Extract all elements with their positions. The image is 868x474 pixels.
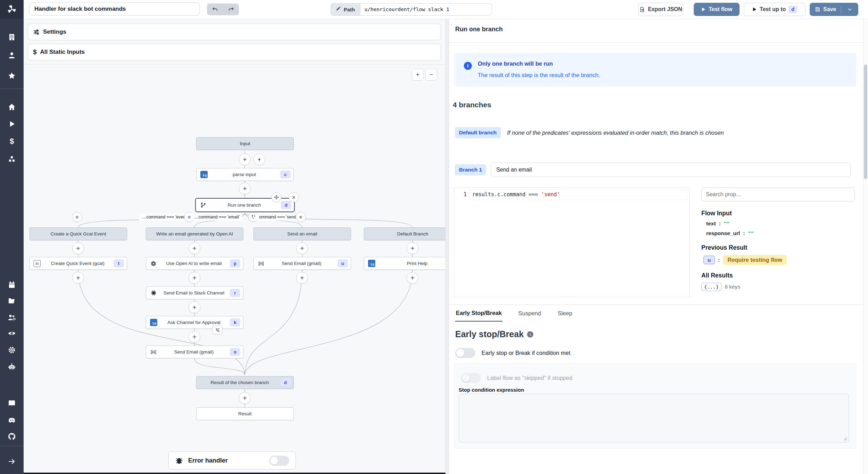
windmill-logo-icon[interactable]: [0, 0, 24, 19]
early-stop-toggle[interactable]: [455, 348, 475, 358]
flow-canvas[interactable]: Settings $ All Static Inputs + −: [24, 19, 445, 474]
panel-resizer[interactable]: [445, 19, 449, 474]
label-skipped-toggle[interactable]: [461, 373, 481, 383]
step-id-badge: p: [230, 259, 240, 267]
all-results-row[interactable]: {...} 8 keys: [701, 283, 855, 291]
insert-step-button[interactable]: +: [407, 242, 418, 254]
previous-result-row[interactable]: u : Require testing flow: [703, 255, 855, 265]
test-flow-button[interactable]: Test flow: [694, 3, 740, 16]
node-send-email-gmail-2[interactable]: Send Email (gmail) o: [146, 346, 243, 358]
chevron-down-icon: [847, 7, 852, 12]
ai-robot-icon[interactable]: [7, 362, 16, 371]
early-stop-heading-row: Early stop/Break i: [455, 329, 533, 339]
branch-header-send-email[interactable]: Send an email: [253, 227, 351, 240]
step-id-badge: r: [230, 289, 240, 297]
resources-cubes-icon[interactable]: [7, 155, 16, 164]
insert-step-button[interactable]: +: [296, 242, 308, 254]
scrollbar-thumb[interactable]: [864, 65, 867, 179]
export-json-button[interactable]: Export JSON: [638, 3, 683, 16]
slack-icon: [149, 290, 158, 296]
label-skipped-toggle-label: Label flow as "skipped" if stopped: [487, 375, 573, 381]
tab-early-stop-break[interactable]: Early Stop/Break: [455, 305, 502, 322]
node-input[interactable]: Input: [196, 137, 294, 150]
delete-step-button[interactable]: ×: [289, 192, 299, 202]
node-create-quick-event[interactable]: 31 Create Quick Event (gcal) t: [30, 257, 127, 270]
all-results-heading: All Results: [701, 272, 855, 279]
branch-header-gcal[interactable]: Create a Quick Gcal Event: [30, 227, 127, 240]
github-icon[interactable]: [7, 432, 16, 441]
runs-play-icon[interactable]: [7, 119, 16, 128]
discord-icon[interactable]: [7, 416, 16, 425]
insert-step-button[interactable]: +: [407, 272, 418, 284]
branch-predicate-label: ....command === 'email': [191, 214, 242, 221]
branch1-summary-input[interactable]: [491, 163, 851, 177]
suspend-approval-indicator[interactable]: [212, 326, 223, 334]
tab-sleep[interactable]: Sleep: [557, 306, 573, 321]
default-branch-badge: Default branch: [455, 127, 501, 138]
settings-gear-icon[interactable]: [7, 346, 16, 355]
info-icon[interactable]: i: [527, 331, 533, 338]
node-branch-result[interactable]: Result of the chosen branch d: [196, 376, 294, 389]
redo-button[interactable]: [223, 3, 239, 15]
tab-suspend[interactable]: Suspend: [518, 306, 542, 321]
save-button[interactable]: Save: [810, 3, 841, 16]
insert-step-button[interactable]: +: [189, 242, 200, 254]
stop-condition-textarea[interactable]: [459, 394, 849, 442]
undo-button[interactable]: [207, 3, 223, 15]
step-id-badge: o: [230, 348, 240, 356]
schedules-calendar-icon[interactable]: [7, 280, 16, 289]
branch-header-default[interactable]: Default Branch: [364, 227, 445, 240]
docs-book-icon[interactable]: [7, 399, 16, 408]
save-dropdown-button[interactable]: [841, 3, 858, 16]
node-send-email-gmail[interactable]: Send Email (gmail) u: [253, 257, 351, 270]
insert-step-button[interactable]: +: [72, 242, 84, 254]
path-chip[interactable]: Path: [331, 3, 360, 16]
prop-row[interactable]: text : "": [706, 221, 855, 227]
test-flow-label: Test flow: [709, 6, 732, 13]
branch-info-alert: i Only one branch will be run The result…: [455, 53, 856, 86]
node-use-openai[interactable]: Use Open AI to write email p: [146, 257, 243, 270]
branch1-badge: Branch 1: [455, 164, 486, 175]
variables-dollar-icon[interactable]: $: [7, 137, 16, 146]
require-testing-pill: Require testing flow: [723, 255, 787, 265]
audit-eye-icon[interactable]: [7, 329, 16, 338]
expand-arrow-icon[interactable]: [7, 457, 16, 466]
insert-step-button[interactable]: +: [189, 301, 200, 313]
test-up-to-button[interactable]: Test up to d: [744, 3, 806, 16]
home-icon[interactable]: [7, 102, 16, 111]
node-ask-channel-approval[interactable]: TS Ask Channel for Approval k: [146, 316, 243, 329]
remove-branch-button[interactable]: ×: [72, 212, 82, 222]
branch-header-openai[interactable]: Write an email generated by Open AI: [146, 227, 243, 240]
flow-title-input[interactable]: [29, 2, 200, 16]
move-step-button[interactable]: [272, 192, 282, 202]
trigger-bolt-button[interactable]: [253, 153, 265, 165]
node-result[interactable]: Result: [196, 407, 294, 420]
node-send-email-slack[interactable]: Send Email to Slack Channel r: [146, 286, 243, 299]
insert-step-button[interactable]: +: [72, 272, 84, 284]
branch-predicate-label: ....command === 'event': [139, 214, 190, 221]
remove-branch-button[interactable]: ×: [296, 212, 306, 222]
groups-users-icon[interactable]: [7, 313, 16, 322]
path-input[interactable]: [360, 3, 492, 16]
insert-step-button[interactable]: +: [239, 153, 251, 165]
insert-step-button[interactable]: +: [189, 272, 200, 284]
prop-search-input[interactable]: [701, 188, 855, 201]
early-stop-toggle-row: Early stop or Break if condition met: [455, 348, 570, 358]
node-parse-input[interactable]: TS parse input c: [196, 168, 294, 181]
node-print-help[interactable]: TS Print Help: [364, 257, 445, 270]
insert-step-button[interactable]: +: [239, 392, 251, 404]
insert-step-button[interactable]: +: [239, 183, 251, 194]
user-icon[interactable]: [7, 51, 16, 60]
step-id-badge: u: [337, 259, 348, 267]
prop-row[interactable]: response_url : "": [706, 230, 855, 236]
predicate-code-editor[interactable]: 1 results.c.command === 'send': [454, 188, 690, 297]
workspace-icon[interactable]: [7, 33, 16, 42]
flow-input-heading: Flow Input: [701, 210, 855, 217]
favorites-star-icon[interactable]: [7, 71, 16, 80]
insert-step-button[interactable]: +: [296, 272, 308, 284]
insert-step-button[interactable]: +: [189, 331, 200, 343]
folders-icon[interactable]: [7, 296, 16, 305]
path-group: Path: [331, 3, 492, 16]
previous-result-heading: Previous Result: [701, 244, 855, 251]
resize-grip-icon[interactable]: [843, 436, 847, 441]
